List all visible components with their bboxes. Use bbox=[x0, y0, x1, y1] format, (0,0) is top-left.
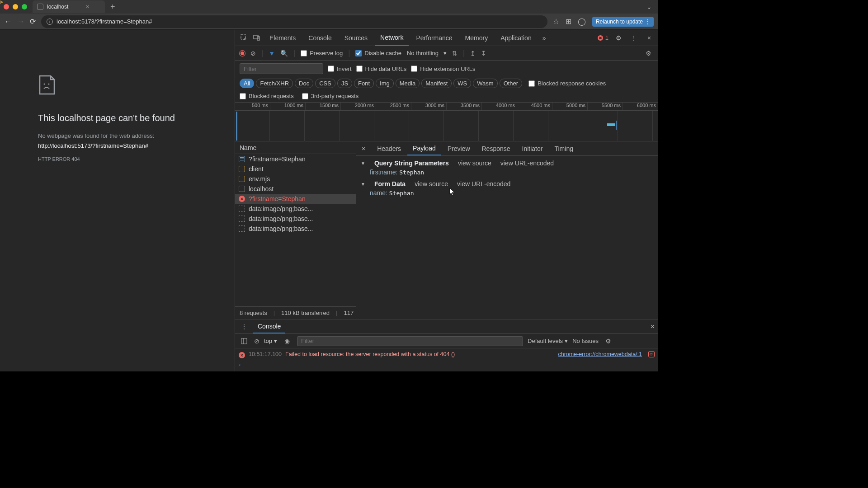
clear-button[interactable]: ⊘ bbox=[250, 50, 256, 57]
more-icon[interactable]: ⋮ bbox=[628, 33, 639, 43]
qsp-view-url-encoded[interactable]: view URL-encoded bbox=[500, 160, 554, 167]
bookmark-icon[interactable]: ☆ bbox=[553, 17, 559, 26]
filter-manifest[interactable]: Manifest bbox=[421, 79, 452, 88]
drawer-tab-console[interactable]: Console bbox=[253, 320, 285, 333]
request-row[interactable]: client bbox=[235, 164, 356, 174]
request-row[interactable]: data:image/png;base... bbox=[235, 204, 356, 214]
thirdparty-checkbox[interactable]: 3rd-party requests bbox=[302, 93, 359, 99]
detail-tab-preview[interactable]: Preview bbox=[442, 142, 476, 155]
disable-cache-checkbox[interactable]: Disable cache bbox=[355, 50, 401, 56]
request-row[interactable]: data:image/png;base... bbox=[235, 224, 356, 234]
close-devtools-icon[interactable]: × bbox=[644, 33, 655, 43]
preserve-log-checkbox[interactable]: Preserve log bbox=[301, 50, 343, 56]
console-prompt[interactable]: › bbox=[239, 359, 655, 370]
filter-fetch[interactable]: Fetch/XHR bbox=[256, 79, 293, 88]
log-source-link[interactable]: chrome-error://chromewebdata/:1 bbox=[558, 351, 642, 357]
blocked-cookies-checkbox[interactable]: Blocked response cookies bbox=[528, 80, 606, 87]
chevron-down-icon[interactable]: ⌄ bbox=[644, 1, 655, 12]
tab-performance[interactable]: Performance bbox=[410, 31, 458, 45]
console-filter-input[interactable] bbox=[297, 336, 523, 346]
fd-view-url-encoded[interactable]: view URL-encoded bbox=[457, 180, 510, 188]
new-tab-button[interactable]: + bbox=[110, 2, 115, 12]
network-conditions-icon[interactable]: ⇅ bbox=[452, 50, 458, 57]
filter-wasm[interactable]: Wasm bbox=[473, 79, 497, 88]
tab-console[interactable]: Console bbox=[303, 31, 337, 45]
filter-input[interactable] bbox=[240, 63, 323, 74]
window-minimize[interactable] bbox=[13, 4, 18, 9]
tab-network[interactable]: Network bbox=[375, 30, 409, 46]
more-tabs-icon[interactable]: » bbox=[539, 33, 550, 43]
blocked-requests-checkbox[interactable]: Blocked requests bbox=[240, 93, 294, 99]
filter-toggle-icon[interactable]: ▼ bbox=[269, 50, 275, 57]
fd-view-source[interactable]: view source bbox=[415, 180, 448, 188]
request-row[interactable]: ?firstname=Stephan bbox=[235, 154, 356, 164]
hide-data-urls-checkbox[interactable]: Hide data URLs bbox=[356, 66, 407, 72]
request-row[interactable]: ×?firstname=Stephan bbox=[235, 194, 356, 204]
console-sidebar-icon[interactable] bbox=[239, 336, 250, 347]
search-icon[interactable]: 🔍 bbox=[280, 50, 288, 57]
window-maximize[interactable] bbox=[22, 4, 27, 9]
back-button[interactable]: ← bbox=[5, 18, 12, 26]
tab-elements[interactable]: Elements bbox=[264, 31, 301, 45]
request-row[interactable]: localhost bbox=[235, 184, 356, 194]
waterfall-overview[interactable]: 500 ms1000 ms1500 ms2000 ms2500 ms3000 m… bbox=[235, 103, 658, 141]
detail-tab-headers[interactable]: Headers bbox=[372, 142, 406, 155]
log-levels-select[interactable]: Default levels ▾ bbox=[528, 338, 568, 344]
browser-tab[interactable]: localhost × bbox=[33, 0, 105, 13]
live-expression-icon[interactable]: ◉ bbox=[282, 336, 292, 347]
filter-ws[interactable]: WS bbox=[453, 79, 471, 88]
filter-other[interactable]: Other bbox=[500, 79, 523, 88]
url-bar[interactable]: i localhost:5173/?firstname=Stephan# bbox=[41, 15, 547, 28]
issues-badge[interactable]: No Issues bbox=[572, 338, 599, 344]
forward-button[interactable]: → bbox=[17, 18, 24, 26]
upload-har-icon[interactable]: ↥ bbox=[470, 50, 476, 57]
request-row[interactable]: env.mjs bbox=[235, 174, 356, 184]
error-count-badge[interactable]: 1 bbox=[597, 34, 609, 41]
throttling-select[interactable]: No throttling ▾ bbox=[407, 50, 447, 56]
invert-checkbox[interactable]: Invert bbox=[328, 66, 352, 72]
favicon-icon bbox=[37, 4, 43, 10]
device-toggle-icon[interactable] bbox=[251, 33, 262, 43]
profile-icon[interactable]: ◯ bbox=[578, 17, 586, 26]
site-info-icon[interactable]: i bbox=[47, 19, 53, 25]
reload-button[interactable]: ⟳ bbox=[30, 17, 36, 26]
context-select[interactable]: top ▾ bbox=[264, 338, 277, 344]
hide-extension-urls-checkbox[interactable]: Hide extension URLs bbox=[411, 66, 475, 72]
console-clear-icon[interactable]: ⊘ bbox=[254, 338, 259, 345]
close-detail-icon[interactable]: × bbox=[356, 145, 371, 152]
console-log-row[interactable]: × 10:51:17.100 Failed to load resource: … bbox=[239, 350, 655, 359]
tab-close-icon[interactable]: × bbox=[85, 3, 89, 10]
tab-sources[interactable]: Sources bbox=[339, 31, 373, 45]
log-badge-icon[interactable]: ⟳ bbox=[648, 351, 655, 357]
filter-all[interactable]: All bbox=[240, 79, 254, 88]
tab-memory[interactable]: Memory bbox=[460, 31, 494, 45]
settings-icon[interactable]: ⚙ bbox=[613, 33, 624, 43]
detail-tab-response[interactable]: Response bbox=[476, 142, 516, 155]
extensions-icon[interactable]: ⊞ bbox=[566, 17, 571, 26]
column-name[interactable]: Name bbox=[235, 141, 356, 154]
network-settings-icon[interactable]: ⚙ bbox=[643, 48, 654, 59]
tab-application[interactable]: Application bbox=[495, 31, 537, 45]
detail-tab-initiator[interactable]: Initiator bbox=[517, 142, 548, 155]
console-settings-icon[interactable]: ⚙ bbox=[603, 336, 614, 347]
filter-css[interactable]: CSS bbox=[315, 79, 335, 88]
record-button[interactable] bbox=[240, 51, 245, 56]
disclosure-icon[interactable]: ▼ bbox=[361, 161, 365, 166]
detail-tab-payload[interactable]: Payload bbox=[407, 142, 441, 155]
request-row[interactable]: data:image/png;base... bbox=[235, 214, 356, 224]
filter-img[interactable]: Img bbox=[376, 79, 394, 88]
drawer-more-icon[interactable]: ⋮ bbox=[239, 321, 250, 332]
filter-js[interactable]: JS bbox=[337, 79, 352, 88]
disclosure-icon[interactable]: ▼ bbox=[361, 182, 365, 187]
filter-media[interactable]: Media bbox=[396, 79, 420, 88]
window-close[interactable] bbox=[4, 4, 9, 9]
download-har-icon[interactable]: ↧ bbox=[481, 50, 486, 57]
qsp-view-source[interactable]: view source bbox=[458, 160, 491, 167]
detail-tab-timing[interactable]: Timing bbox=[549, 142, 579, 155]
filter-font[interactable]: Font bbox=[354, 79, 374, 88]
other-icon bbox=[239, 186, 245, 192]
inspect-icon[interactable] bbox=[239, 33, 250, 43]
relaunch-button[interactable]: Relaunch to update ⋮ bbox=[592, 17, 654, 27]
filter-doc[interactable]: Doc bbox=[295, 79, 313, 88]
drawer-close-icon[interactable]: × bbox=[651, 323, 655, 331]
